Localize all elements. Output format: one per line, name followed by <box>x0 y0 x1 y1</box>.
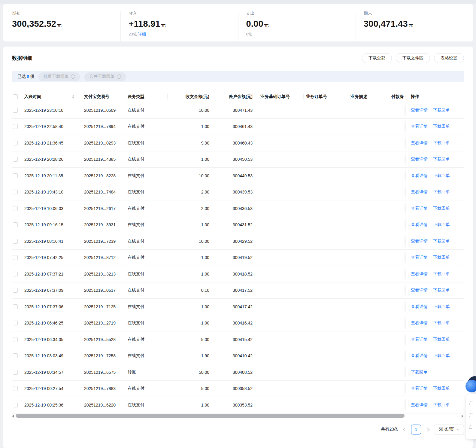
download-receipt-link[interactable]: 下载回单 <box>433 206 450 211</box>
assistant-mascot[interactable] <box>465 376 476 394</box>
cell-alipay-txn-no: 20251219...0617 <box>83 282 127 299</box>
row-checkbox[interactable] <box>13 157 18 162</box>
table-settings-button[interactable]: 表格设置 <box>434 53 464 63</box>
view-detail-link[interactable]: 查看详情 <box>411 271 428 277</box>
cell-entry-time: 2025-12-19 00:25:36 <box>24 397 83 413</box>
col-header-biz-base-order: 业务基础订单号 <box>260 94 290 99</box>
row-checkbox[interactable] <box>13 288 18 293</box>
view-detail-link[interactable]: 查看详情 <box>411 189 428 195</box>
cell-entry-time: 2025-12-19 21:36:45 <box>24 135 83 151</box>
next-page-icon[interactable] <box>426 428 429 431</box>
row-checkbox[interactable] <box>13 337 18 342</box>
download-receipt-link[interactable]: 下载回单 <box>433 124 450 129</box>
row-actions: 查看详情下载回单 <box>406 381 464 397</box>
cell-amount: 5.00 <box>168 331 209 348</box>
row-checkbox[interactable] <box>13 304 18 309</box>
cell-alipay-txn-no: 20251219...7239 <box>83 233 127 249</box>
download-receipt-link[interactable]: 下载回单 <box>433 304 450 309</box>
download-receipt-link[interactable]: 下载回单 <box>433 402 450 408</box>
row-checkbox[interactable] <box>13 403 18 407</box>
row-checkbox[interactable] <box>13 124 18 129</box>
row-checkbox[interactable] <box>13 141 18 145</box>
cell-amount: 10.00 <box>168 168 209 184</box>
row-checkbox[interactable] <box>13 173 18 178</box>
prev-page-icon[interactable] <box>403 428 407 431</box>
summary-value: 300,471.43元 <box>364 19 473 29</box>
download-receipt-link[interactable]: 下载回单 <box>433 353 450 358</box>
cell-balance: 300417.52 <box>209 282 253 299</box>
page-number-button[interactable]: 1 <box>411 425 421 434</box>
view-detail-link[interactable]: 查看详情 <box>411 255 428 260</box>
download-receipt-link[interactable]: 下载回单 <box>433 288 450 293</box>
view-detail-link[interactable]: 查看详情 <box>411 386 428 391</box>
view-detail-link[interactable]: 查看详情 <box>411 320 428 326</box>
view-detail-link[interactable]: 查看详情 <box>411 353 428 358</box>
cell-balance: 300460.43 <box>209 135 253 151</box>
horizontal-scrollbar <box>12 414 464 418</box>
col-header-type: 账务类型 <box>128 94 144 99</box>
row-checkbox[interactable] <box>13 272 18 276</box>
select-all-checkbox[interactable] <box>13 94 18 99</box>
download-receipt-link[interactable]: 下载回单 <box>433 189 450 195</box>
download-receipt-link[interactable]: 下载回单 <box>433 239 450 244</box>
download-receipt-link[interactable]: 下载回单 <box>433 386 450 391</box>
cell-amount: 2.00 <box>168 200 209 217</box>
view-detail-link[interactable]: 查看详情 <box>411 173 428 178</box>
row-checkbox[interactable] <box>13 206 18 211</box>
row-checkbox[interactable] <box>13 386 18 391</box>
row-actions: 查看详情下载回单 <box>406 217 464 233</box>
download-files-button[interactable]: 下载文件区 <box>396 53 430 63</box>
scroll-right-arrow-icon[interactable] <box>462 415 463 418</box>
download-receipt-link[interactable]: 下载回单 <box>433 140 450 146</box>
row-checkbox[interactable] <box>13 108 18 113</box>
page-size-select[interactable]: 50 条/页 <box>434 425 464 434</box>
row-checkbox[interactable] <box>13 370 18 375</box>
cell-entry-time: 2025-12-19 23:10:10 <box>24 102 83 118</box>
download-receipt-link[interactable]: 下载回单 <box>433 222 450 227</box>
cell-biz-desc <box>348 184 391 200</box>
sort-control[interactable] <box>72 95 74 99</box>
row-checkbox[interactable] <box>13 353 18 358</box>
summary-closing: 期末 300,471.43元 <box>356 11 473 41</box>
scroll-left-arrow-icon[interactable] <box>12 415 14 418</box>
cell-account-type: 在线支付 <box>127 233 168 249</box>
cell-payer-note <box>391 233 406 249</box>
cell-account-type: 在线支付 <box>127 119 168 135</box>
view-detail-link[interactable]: 查看详情 <box>411 239 428 244</box>
row-checkbox[interactable] <box>13 239 18 244</box>
download-receipt-link[interactable]: 下载回单 <box>433 271 450 277</box>
cell-biz-desc <box>348 331 391 348</box>
download-receipt-link[interactable]: 下载回单 <box>433 337 450 342</box>
view-detail-link[interactable]: 查看详情 <box>411 206 428 211</box>
row-checkbox[interactable] <box>13 255 18 260</box>
download-all-button[interactable]: 下载全部 <box>362 53 392 63</box>
download-receipt-link[interactable]: 下载回单 <box>433 108 450 113</box>
download-receipt-link[interactable]: 下载回单 <box>433 255 450 260</box>
table-row: 2025-12-19 19:43:10 20251219...7484 在线支付… <box>12 184 464 201</box>
view-detail-link[interactable]: 查看详情 <box>411 222 428 227</box>
income-detail-link[interactable]: 详细 <box>138 32 146 36</box>
row-checkbox[interactable] <box>13 321 18 325</box>
cell-biz-order <box>304 217 348 233</box>
download-receipt-link[interactable]: 下载回单 <box>433 173 450 178</box>
view-detail-link[interactable]: 查看详情 <box>411 402 428 408</box>
download-receipt-link[interactable]: 下载回单 <box>411 370 428 375</box>
view-detail-link[interactable]: 查看详情 <box>411 304 428 309</box>
view-detail-link[interactable]: 查看详情 <box>411 124 428 129</box>
merge-download-receipts-button[interactable]: 合并下载回单i <box>84 72 126 81</box>
view-detail-link[interactable]: 查看详情 <box>411 288 428 293</box>
cell-biz-desc <box>348 135 391 151</box>
view-detail-link[interactable]: 查看详情 <box>411 108 428 113</box>
batch-download-receipts-button[interactable]: 批量下载回单i <box>38 72 80 81</box>
cell-payer-note <box>391 102 406 118</box>
view-detail-link[interactable]: 查看详情 <box>411 140 428 146</box>
view-detail-link[interactable]: 查看详情 <box>411 157 428 162</box>
cell-amount: 50.00 <box>168 364 209 380</box>
row-checkbox[interactable] <box>13 190 18 194</box>
download-receipt-link[interactable]: 下载回单 <box>433 320 450 326</box>
scrollbar-thumb[interactable] <box>16 414 405 418</box>
assistant-menu-panel[interactable] <box>466 394 476 439</box>
download-receipt-link[interactable]: 下载回单 <box>433 157 450 162</box>
row-checkbox[interactable] <box>13 222 18 227</box>
view-detail-link[interactable]: 查看详情 <box>411 337 428 342</box>
